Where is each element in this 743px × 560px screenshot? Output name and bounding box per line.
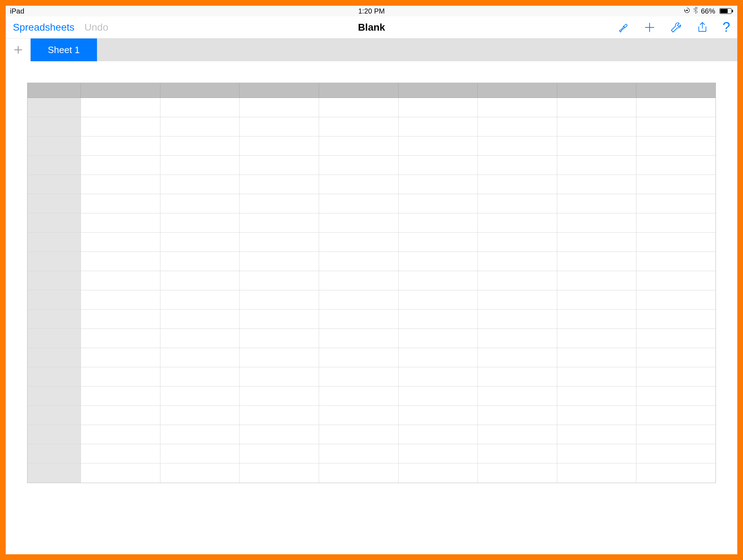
cell[interactable] (81, 425, 160, 444)
cell[interactable] (478, 136, 557, 156)
cell[interactable] (636, 98, 716, 117)
cell[interactable] (557, 175, 637, 194)
column-header[interactable] (557, 83, 637, 98)
cell[interactable] (240, 310, 319, 329)
cell[interactable] (557, 290, 637, 310)
cell[interactable] (240, 98, 319, 117)
cell[interactable] (557, 329, 637, 348)
row-header[interactable] (27, 406, 81, 425)
cell[interactable] (160, 117, 240, 136)
cell[interactable] (319, 329, 399, 348)
row-header[interactable] (27, 367, 81, 387)
cell[interactable] (478, 117, 557, 136)
cell[interactable] (478, 271, 557, 290)
cell[interactable] (240, 348, 319, 367)
cell[interactable] (160, 310, 240, 329)
cell[interactable] (160, 252, 240, 271)
cell[interactable] (160, 348, 240, 367)
row-header[interactable] (27, 117, 81, 136)
cell[interactable] (557, 194, 637, 213)
cell[interactable] (240, 290, 319, 310)
cell[interactable] (557, 406, 637, 425)
cell[interactable] (399, 329, 478, 348)
cell[interactable] (557, 463, 637, 483)
cell[interactable] (478, 194, 557, 213)
cell[interactable] (81, 271, 160, 290)
cell[interactable] (636, 367, 716, 387)
cell[interactable] (240, 271, 319, 290)
cell[interactable] (557, 310, 637, 329)
cell[interactable] (636, 290, 716, 310)
cell[interactable] (81, 175, 160, 194)
cell[interactable] (160, 233, 240, 252)
row-header[interactable] (27, 98, 81, 117)
help-button[interactable]: ? (723, 20, 730, 35)
cell[interactable] (160, 329, 240, 348)
cell[interactable] (478, 425, 557, 444)
cell[interactable] (160, 406, 240, 425)
cell[interactable] (240, 387, 319, 406)
cell[interactable] (557, 233, 637, 252)
cell[interactable] (399, 117, 478, 136)
cell[interactable] (399, 310, 478, 329)
column-header[interactable] (81, 83, 160, 98)
sheet-tab-active[interactable]: Sheet 1 (31, 38, 97, 61)
cell[interactable] (399, 233, 478, 252)
cell[interactable] (319, 156, 399, 175)
cell[interactable] (636, 156, 716, 175)
cell[interactable] (636, 252, 716, 271)
row-header[interactable] (27, 290, 81, 310)
cell[interactable] (399, 156, 478, 175)
document-title[interactable]: Blank (358, 22, 385, 33)
cell[interactable] (478, 348, 557, 367)
cell[interactable] (319, 136, 399, 156)
cell[interactable] (81, 463, 160, 483)
cell[interactable] (319, 444, 399, 463)
cell[interactable] (478, 290, 557, 310)
column-header[interactable] (399, 83, 478, 98)
row-header[interactable] (27, 271, 81, 290)
cell[interactable] (160, 156, 240, 175)
cell[interactable] (636, 348, 716, 367)
column-header[interactable] (319, 83, 399, 98)
row-header[interactable] (27, 310, 81, 329)
cell[interactable] (636, 213, 716, 233)
cell[interactable] (319, 425, 399, 444)
cell[interactable] (399, 194, 478, 213)
cell[interactable] (636, 444, 716, 463)
cell[interactable] (636, 329, 716, 348)
cell[interactable] (319, 252, 399, 271)
cell[interactable] (81, 367, 160, 387)
cell[interactable] (319, 271, 399, 290)
row-header[interactable] (27, 463, 81, 483)
cell[interactable] (319, 406, 399, 425)
cell[interactable] (160, 387, 240, 406)
tools-wrench-icon[interactable] (670, 21, 682, 33)
cell[interactable] (160, 444, 240, 463)
column-header[interactable] (636, 83, 716, 98)
cell[interactable] (636, 463, 716, 483)
cell[interactable] (81, 156, 160, 175)
cell[interactable] (319, 213, 399, 233)
cell[interactable] (399, 367, 478, 387)
cell[interactable] (399, 387, 478, 406)
cell[interactable] (557, 213, 637, 233)
cell[interactable] (557, 425, 637, 444)
cell[interactable] (81, 348, 160, 367)
cell[interactable] (319, 310, 399, 329)
cell[interactable] (557, 117, 637, 136)
cell[interactable] (478, 213, 557, 233)
row-header[interactable] (27, 136, 81, 156)
cell[interactable] (81, 406, 160, 425)
cell[interactable] (557, 271, 637, 290)
cell[interactable] (478, 156, 557, 175)
cell[interactable] (399, 175, 478, 194)
cell[interactable] (319, 387, 399, 406)
cell[interactable] (636, 310, 716, 329)
row-header[interactable] (27, 444, 81, 463)
cell[interactable] (160, 175, 240, 194)
cell[interactable] (81, 387, 160, 406)
cell[interactable] (478, 406, 557, 425)
row-header[interactable] (27, 425, 81, 444)
cell[interactable] (81, 194, 160, 213)
